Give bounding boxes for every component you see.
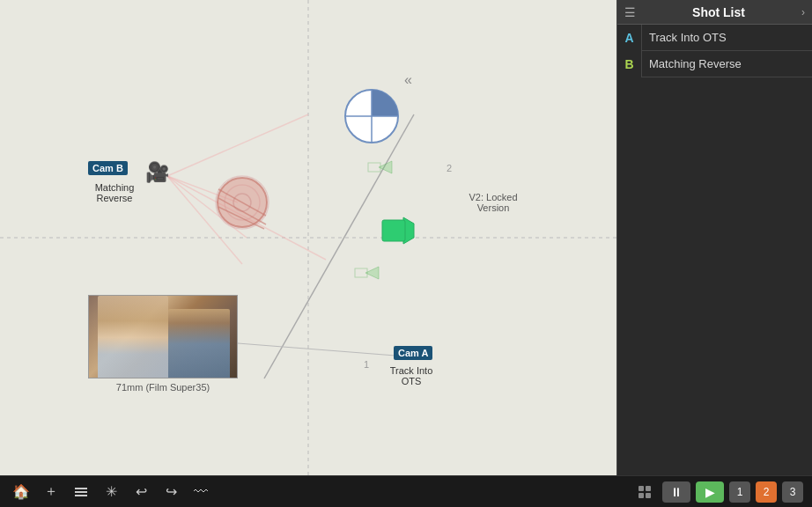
svg-line-4	[167, 176, 238, 202]
home-icon[interactable]: 🏠	[9, 480, 33, 504]
svg-point-9	[216, 176, 269, 229]
cam-a-text: Track IntoOTS	[385, 365, 438, 386]
svg-rect-27	[75, 488, 87, 489]
svg-line-6	[167, 176, 242, 264]
shot-item-a-label: A	[617, 25, 642, 51]
scene-svg: 2 1	[0, 0, 616, 475]
shot-item-a[interactable]: A Track Into OTS	[617, 25, 812, 51]
svg-point-11	[233, 194, 251, 211]
undo-icon[interactable]: ↩	[129, 480, 153, 504]
layers-icon[interactable]	[69, 480, 93, 504]
play-button[interactable]: ▶	[696, 481, 724, 503]
svg-rect-20	[368, 163, 380, 172]
photo-thumb-label: 71mm (Film Super35)	[88, 382, 238, 393]
add-icon[interactable]: ＋	[39, 480, 63, 504]
svg-rect-30	[639, 486, 644, 491]
shot-item-b-label: B	[617, 51, 642, 77]
svg-line-7	[167, 176, 326, 260]
shot-item-b[interactable]: B Matching Reverse	[617, 51, 812, 77]
pause-button[interactable]: ⏸	[662, 481, 690, 503]
collapse-arrow[interactable]: «	[404, 72, 412, 88]
shot-item-b-name: Matching Reverse	[642, 57, 742, 70]
redo-icon[interactable]: ↪	[159, 480, 183, 504]
panel-arrow-icon: ›	[801, 6, 805, 18]
asterisk-icon[interactable]: ✳	[99, 480, 123, 504]
scene-canvas: 2 1 Cam B 🎥 MatchingReverse Cam A Track …	[0, 0, 616, 475]
cam-a-label: Cam A	[394, 346, 432, 360]
svg-rect-32	[639, 493, 644, 498]
version-2-button[interactable]: 2	[756, 481, 777, 503]
cam-b-label: Cam B	[88, 161, 128, 175]
shot-list-header: ☰ Shot List ›	[617, 0, 812, 25]
version-3-button[interactable]: 3	[782, 481, 803, 503]
list-icon: ☰	[624, 5, 636, 19]
svg-line-13	[218, 189, 266, 216]
svg-rect-28	[75, 491, 87, 493]
svg-line-14	[218, 198, 266, 224]
svg-rect-29	[75, 495, 87, 496]
gesture-icon[interactable]: 〰	[188, 480, 213, 504]
svg-marker-21	[365, 267, 379, 279]
bottom-toolbar: 🏠 ＋ ✳ ↩ ↪ 〰 ⏸ ▶ 1 2 3	[0, 475, 812, 507]
version-1-button[interactable]: 1	[729, 481, 750, 503]
svg-marker-19	[379, 161, 392, 173]
svg-line-5	[167, 176, 247, 238]
svg-line-15	[218, 207, 264, 229]
svg-point-10	[225, 185, 260, 220]
puzzle-icon[interactable]	[632, 480, 657, 504]
shot-list-panel: ☰ Shot List › A Track Into OTS B Matchin…	[616, 0, 812, 475]
svg-line-8	[238, 343, 407, 356]
svg-rect-22	[355, 268, 367, 277]
shot-item-a-name: Track Into OTS	[642, 31, 727, 44]
cam-b-text: MatchingReverse	[88, 182, 141, 203]
cam-b-icon: 🎥	[145, 161, 169, 184]
svg-rect-31	[646, 486, 651, 491]
photo-thumbnail	[88, 295, 238, 378]
svg-point-16	[345, 90, 398, 143]
svg-text:1: 1	[364, 359, 369, 370]
shot-list-title: Shot List	[636, 5, 801, 19]
svg-point-12	[218, 178, 267, 227]
svg-rect-33	[646, 493, 651, 498]
cam-a-icon	[379, 213, 423, 248]
svg-text:2: 2	[447, 163, 452, 173]
toolbar-right: ⏸ ▶ 1 2 3	[632, 480, 803, 504]
v2-version-label: V2: LockedVersion	[458, 192, 528, 213]
svg-line-3	[167, 114, 308, 176]
svg-rect-26	[382, 220, 405, 241]
